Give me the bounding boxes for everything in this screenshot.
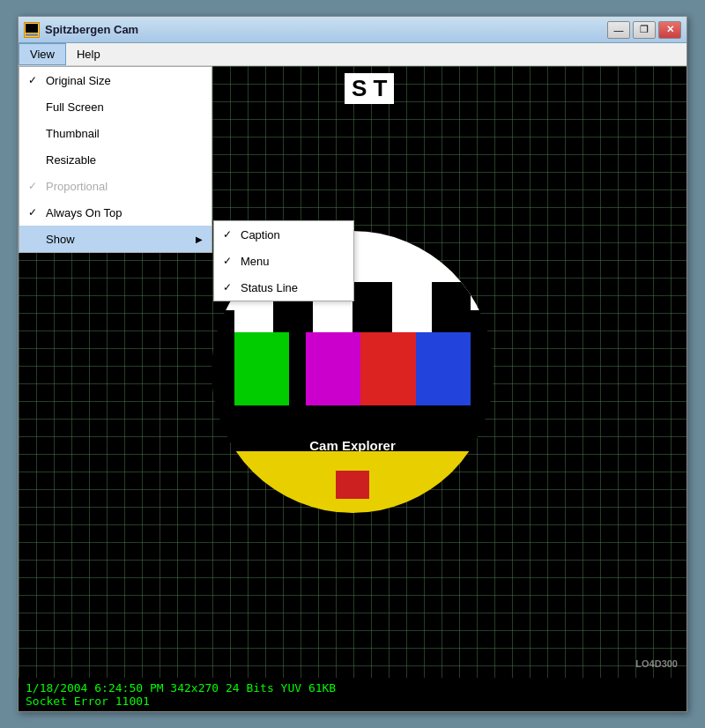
watermark: LO4D300: [635, 658, 678, 669]
tp-red-bar: [336, 471, 369, 499]
minimize-button[interactable]: —: [607, 21, 630, 39]
status-bar: 1/18/2004 6:24:50 PM 342x270 24 Bits YUV…: [19, 678, 686, 711]
menu-bar: View Help: [19, 43, 686, 66]
status-line-1: 1/18/2004 6:24:50 PM 342x270 24 Bits YUV…: [26, 681, 679, 695]
show-submenu: Caption Menu Status Line: [213, 220, 354, 301]
menu-item-full-screen[interactable]: Full Screen: [19, 93, 212, 120]
menu-view[interactable]: View: [19, 43, 66, 65]
svg-rect-3: [26, 33, 38, 36]
submenu-item-menu[interactable]: Menu: [214, 248, 353, 274]
submenu-item-caption[interactable]: Caption: [214, 221, 353, 248]
title-bar: Spitzbergen Cam — ❐ ✕: [19, 17, 686, 43]
status-line-2: Socket Error 11001: [26, 695, 679, 708]
window-controls: — ❐ ✕: [607, 21, 681, 39]
submenu-item-status-line[interactable]: Status Line: [214, 274, 353, 301]
menu-item-original-size[interactable]: Original Size: [19, 67, 212, 93]
restore-button[interactable]: ❐: [633, 21, 656, 39]
close-button[interactable]: ✕: [658, 21, 681, 39]
main-content: Cam Explorer S T LO4D300 Original Size: [19, 66, 686, 678]
svg-rect-2: [26, 24, 38, 33]
st-text: S T: [345, 73, 394, 104]
menu-item-proportional[interactable]: Proportional: [19, 173, 212, 199]
menu-help[interactable]: Help: [66, 43, 111, 65]
tp-colors: [234, 332, 471, 405]
menu-item-show[interactable]: Show: [19, 226, 212, 252]
menu-item-resizable[interactable]: Resizable: [19, 146, 212, 173]
main-window: Spitzbergen Cam — ❐ ✕ View Help: [18, 16, 687, 712]
menu-item-thumbnail[interactable]: Thumbnail: [19, 120, 212, 146]
window-title: Spitzbergen Cam: [45, 23, 607, 36]
app-icon: [24, 22, 40, 38]
menu-item-always-on-top[interactable]: Always On Top: [19, 199, 212, 226]
view-menu-popup: Original Size Full Screen Thumbnail Resi…: [19, 66, 212, 253]
